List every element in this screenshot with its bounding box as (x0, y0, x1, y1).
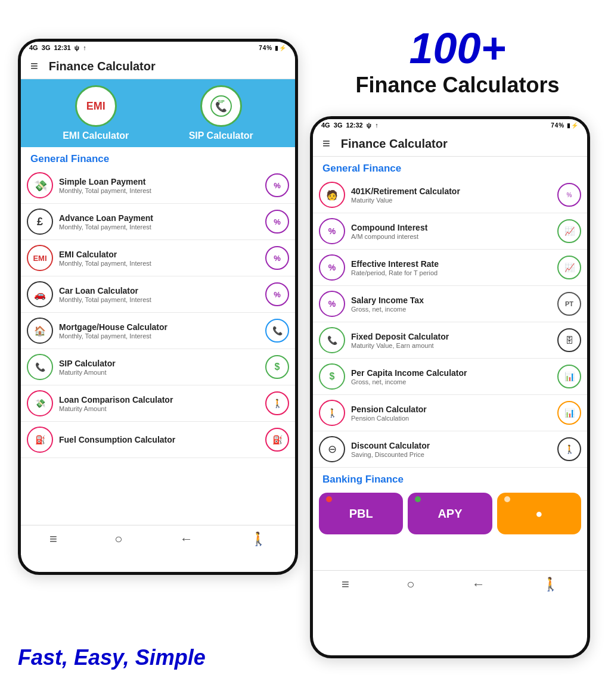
list-item[interactable]: 📞 SIP Calculator Maturity Amount $ (21, 349, 295, 385)
list-item[interactable]: 🚶 Pension Calculator Pension Calculation… (313, 395, 587, 431)
item-text: SIP Calculator Maturity Amount (59, 359, 265, 376)
svg-text:📞: 📞 (215, 101, 227, 113)
list-item[interactable]: £ Advance Loan Payment Monthly, Total pa… (21, 204, 295, 240)
item-text: Fuel Consumption Calculator (59, 435, 265, 445)
item-text: Loan Comparison Calculator Maturity Amou… (59, 395, 265, 412)
item-icon-left: % (319, 291, 345, 317)
pbl-dot (326, 496, 332, 502)
item-text: 401K/Retirement Calculator Maturity Valu… (351, 186, 557, 204)
apy-dot (415, 496, 421, 502)
list-item[interactable]: 🧑 401K/Retirement Calculator Maturity Va… (313, 177, 587, 213)
list-item[interactable]: 💸 Simple Loan Payment Monthly, Total pay… (21, 167, 295, 204)
bottom-bar-left: ≡ ○ ← 🚶 (21, 525, 295, 555)
emi-icon: EMI (75, 85, 117, 127)
nav-person-icon[interactable]: 🚶 (250, 531, 266, 547)
item-icon-left: 📞 (319, 327, 345, 353)
nav-home-icon[interactable]: ○ (114, 531, 122, 547)
item-icon-right: % (265, 246, 289, 270)
status-time-right: 4G 3G 12:32 ψ ↑ (321, 122, 378, 129)
item-icon-left: 💸 (27, 172, 53, 198)
item-icon-right: 📞 (265, 319, 289, 343)
banner-sip[interactable]: SIP 📞 SIP Calculator (189, 85, 253, 141)
sip-label: SIP Calculator (189, 130, 253, 141)
cat-header-left: General Finance (21, 147, 295, 167)
list-item[interactable]: $ Per Capita Income Calculator Gross, ne… (313, 359, 587, 395)
item-icon-right: 📊 (557, 365, 581, 388)
list-item[interactable]: 📞 Fixed Deposit Calculator Maturity Valu… (313, 322, 587, 359)
status-icons-left: 74% ▮⚡ (259, 45, 287, 51)
item-icon-right: PT (557, 292, 581, 316)
cat-header-banking: Banking Finance (313, 468, 587, 488)
item-icon-right: % (265, 173, 289, 197)
sip-icon: SIP 📞 (200, 85, 242, 127)
list-item[interactable]: ⛽ Fuel Consumption Calculator ⛽ (21, 422, 295, 458)
banner-emi[interactable]: EMI EMI Calculator (63, 85, 129, 141)
list-right: 🧑 401K/Retirement Calculator Maturity Va… (313, 177, 587, 570)
nav-menu-icon-r[interactable]: ≡ (342, 577, 349, 592)
banking-tile-apy[interactable]: APY (408, 493, 492, 534)
pbl-label: PBL (349, 507, 373, 521)
app-bar-right: ≡ Finance Calculator (313, 131, 587, 157)
item-icon-right: 🚶 (265, 391, 289, 415)
app-title-left: Finance Calculator (49, 60, 156, 73)
third-dot (504, 496, 510, 502)
bottom-bar-right: ≡ ○ ← 🚶 (313, 570, 587, 601)
item-icon-right: 🗄 (557, 328, 581, 352)
left-phone: 4G 3G 12:31 ψ ↑ 74% ▮⚡ ≡ Finance Calcula… (18, 39, 298, 575)
emi-label: EMI Calculator (63, 130, 129, 141)
item-icon-left: £ (27, 209, 53, 235)
app-bar-left: ≡ Finance Calculator (21, 54, 295, 79)
third-label: ● (535, 507, 542, 521)
item-icon-right: % (265, 210, 289, 234)
banking-tile-third[interactable]: ● (497, 493, 581, 534)
banking-tiles: PBL APY ● (313, 488, 587, 539)
item-text: Advance Loan Payment Monthly, Total paym… (59, 213, 265, 231)
banking-tile-pbl[interactable]: PBL (319, 493, 403, 534)
item-text: Compound Interest A/M compound interest (351, 223, 557, 240)
item-text: Salary Income Tax Gross, net, income (351, 295, 557, 313)
item-icon-right: 🚶 (557, 437, 581, 461)
bottom-text: Fast, Easy, Simple (18, 645, 206, 670)
right-phone: 4G 3G 12:32 ψ ↑ 74% ▮⚡ ≡ Finance Calcula… (310, 116, 590, 658)
nav-person-icon-r[interactable]: 🚶 (542, 577, 559, 592)
hamburger-icon-left[interactable]: ≡ (30, 58, 38, 74)
list-item[interactable]: 💸 Loan Comparison Calculator Maturity Am… (21, 385, 295, 422)
nav-back-icon[interactable]: ← (180, 531, 193, 547)
nav-menu-icon[interactable]: ≡ (49, 531, 57, 547)
cat-header-right: General Finance (313, 157, 587, 177)
hamburger-icon-right[interactable]: ≡ (322, 136, 330, 151)
svg-text:💸: 💸 (34, 179, 48, 192)
list-item[interactable]: 🏠 Mortgage/House Calculator Monthly, Tot… (21, 313, 295, 349)
item-text: EMI Calculator Monthly, Total payment, I… (59, 250, 265, 267)
item-text: Pension Calculator Pension Calculation (351, 405, 557, 422)
item-icon-left: 🧑 (319, 182, 345, 208)
status-time-left: 4G 3G 12:31 ψ ↑ (29, 44, 86, 51)
item-icon-left: 🏠 (27, 318, 53, 344)
list-item[interactable]: % Compound Interest A/M compound interes… (313, 213, 587, 250)
item-text: Fixed Deposit Calculator Maturity Value,… (351, 332, 557, 349)
item-icon-left: % (319, 218, 345, 244)
item-icon-right: 📈 (557, 256, 581, 279)
list-item[interactable]: % Salary Income Tax Gross, net, income P… (313, 286, 587, 322)
item-icon-right: 📈 (557, 219, 581, 243)
nav-back-icon-r[interactable]: ← (472, 577, 485, 592)
nav-home-icon-r[interactable]: ○ (407, 577, 414, 592)
big-number: 100+ (322, 24, 593, 73)
list-item[interactable]: EMI EMI Calculator Monthly, Total paymen… (21, 240, 295, 276)
list-left: 💸 Simple Loan Payment Monthly, Total pay… (21, 167, 295, 525)
apy-label: APY (438, 507, 462, 521)
item-icon-left: 💸 (27, 390, 53, 416)
list-item[interactable]: % Effective Interest Rate Rate/period, R… (313, 250, 587, 286)
item-icon-right: % (265, 282, 289, 306)
item-icon-left: % (319, 254, 345, 281)
subtitle: Finance Calculators (322, 73, 593, 98)
top-banner: EMI EMI Calculator SIP 📞 SIP Calculator (21, 79, 295, 147)
list-item[interactable]: ⊖ Discount Calculator Saving, Discounted… (313, 431, 587, 468)
item-text: Car Loan Calculator Monthly, Total payme… (59, 286, 265, 303)
status-icons-right: 74% ▮⚡ (551, 122, 579, 129)
list-item[interactable]: 🚗 Car Loan Calculator Monthly, Total pay… (21, 276, 295, 313)
status-bar-left: 4G 3G 12:31 ψ ↑ 74% ▮⚡ (21, 42, 295, 54)
item-icon-right: % (557, 183, 581, 207)
right-header: 100+ Finance Calculators (322, 24, 593, 98)
item-icon-left: 🚶 (319, 400, 345, 426)
